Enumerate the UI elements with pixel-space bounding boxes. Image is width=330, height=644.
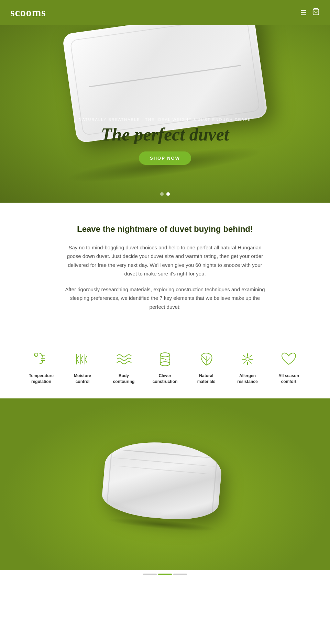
temp-icon: C (31, 349, 52, 370)
bottom-bar-3[interactable] (173, 574, 187, 575)
bottom-bar-2[interactable] (158, 574, 172, 575)
info-section: Leave the nightmare of duvet buying behi… (0, 203, 330, 339)
feature-temp: C Temperatureregulation (21, 349, 62, 385)
hero-title: The perfect duvet (0, 124, 330, 145)
svg-line-27 (243, 361, 245, 363)
info-paragraph-2: After rigorously researching materials, … (62, 285, 268, 312)
rolled-duvet-image (103, 436, 227, 532)
dot-1[interactable] (160, 192, 164, 196)
clever-label: Cleverconstruction (153, 373, 178, 385)
natural-icon (196, 349, 217, 370)
features-row: C Temperatureregulation (0, 339, 330, 398)
info-paragraph-1: Say no to mind-boggling duvet choices an… (62, 243, 268, 278)
body-label: Bodycontouring (113, 373, 135, 385)
svg-line-25 (250, 361, 252, 363)
menu-icon[interactable]: ☰ (300, 9, 307, 17)
svg-point-19 (246, 358, 249, 361)
feature-moisture: Moisturecontrol (62, 349, 103, 385)
cart-icon[interactable] (312, 8, 320, 17)
feature-allergen: Allergenresistance (227, 349, 268, 385)
moisture-icon (72, 349, 93, 370)
feature-body: Bodycontouring (103, 349, 144, 385)
shop-now-button[interactable]: SHOP NOW (139, 151, 191, 165)
allseason-icon (278, 349, 299, 370)
natural-label: Naturalmaterials (197, 373, 216, 385)
svg-point-15 (160, 353, 170, 357)
temp-label: Temperatureregulation (29, 373, 54, 385)
site-logo[interactable]: scooms (10, 6, 46, 19)
header-actions: ☰ (300, 8, 320, 17)
hero-subtitle: NATURALLY BREATHABLE , THE IDEAL WEIGHT … (0, 117, 330, 122)
allergen-label: Allergenresistance (237, 373, 257, 385)
clever-icon (155, 349, 175, 370)
dot-2[interactable] (166, 192, 170, 196)
hero-content: NATURALLY BREATHABLE , THE IDEAL WEIGHT … (0, 117, 330, 165)
site-header: scooms ☰ (0, 0, 330, 25)
hero-dots (160, 192, 170, 196)
product-section (0, 398, 330, 570)
svg-line-26 (250, 355, 252, 357)
hero-section: NATURALLY BREATHABLE , THE IDEAL WEIGHT … (0, 0, 330, 203)
svg-text:C: C (35, 354, 37, 357)
body-icon (113, 349, 134, 370)
bottom-navigation (0, 570, 330, 578)
allseason-label: All seasoncomfort (278, 373, 299, 385)
bottom-bar-1[interactable] (143, 574, 157, 575)
feature-allseason: All seasoncomfort (268, 349, 309, 385)
moisture-label: Moisturecontrol (74, 373, 91, 385)
allergen-icon (237, 349, 258, 370)
feature-clever: Cleverconstruction (144, 349, 186, 385)
info-heading: Leave the nightmare of duvet buying behi… (62, 223, 268, 235)
svg-point-16 (160, 362, 170, 366)
feature-natural: Naturalmaterials (186, 349, 227, 385)
svg-line-24 (243, 355, 245, 357)
